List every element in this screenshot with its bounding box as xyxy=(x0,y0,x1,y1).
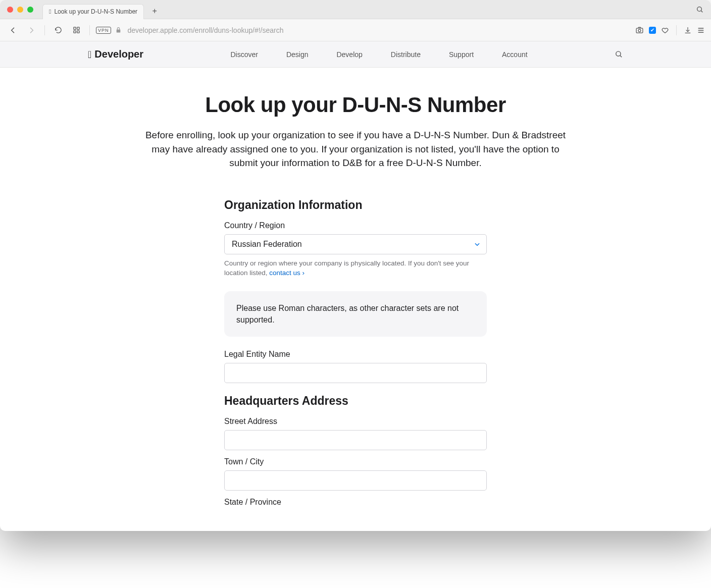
toolbar-separator xyxy=(676,25,677,35)
svg-rect-6 xyxy=(636,28,643,33)
download-icon[interactable] xyxy=(684,26,692,34)
street-label: Street Address xyxy=(224,417,487,426)
field-state: State / Province xyxy=(224,498,487,507)
nav-develop[interactable]: Develop xyxy=(336,50,362,59)
state-label: State / Province xyxy=(224,498,487,507)
maximize-window-button[interactable] xyxy=(27,7,33,13)
toolbar-separator xyxy=(89,25,90,35)
field-legal-name: Legal Entity Name xyxy=(224,350,487,383)
camera-icon[interactable] xyxy=(635,26,644,34)
page-title: Look up your D-U-N-S Number xyxy=(205,93,505,117)
tabbar-search-icon[interactable] xyxy=(696,6,704,14)
apple-logo-icon:  xyxy=(88,49,91,60)
browser-toolbar: VPN developer.apple.com/enroll/duns-look… xyxy=(0,19,711,41)
nav-discover[interactable]: Discover xyxy=(230,50,258,59)
svg-line-12 xyxy=(620,56,622,57)
brand[interactable]:  Developer xyxy=(88,48,143,60)
svg-point-7 xyxy=(638,29,641,32)
minimize-window-button[interactable] xyxy=(17,7,23,13)
back-button[interactable] xyxy=(6,23,20,37)
menu-icon[interactable] xyxy=(697,26,705,34)
browser-tabbar:  Look up your D-U-N-S Number + xyxy=(0,0,711,19)
nav-distribute[interactable]: Distribute xyxy=(391,50,421,59)
heart-icon[interactable] xyxy=(661,26,669,34)
field-street: Street Address xyxy=(224,417,487,450)
close-window-button[interactable] xyxy=(7,7,13,13)
nav-support[interactable]: Support xyxy=(449,50,474,59)
site-header:  Developer Discover Design Develop Dist… xyxy=(0,41,711,68)
duns-form: Organization Information Country / Regio… xyxy=(224,198,487,511)
shield-badge-icon[interactable]: ✔ xyxy=(649,27,656,34)
toolbar-right: ✔ xyxy=(635,25,705,35)
country-select[interactable]: Russian Federation xyxy=(224,234,487,254)
field-country: Country / Region Russian Federation Coun… xyxy=(224,221,487,278)
main-content: Look up your D-U-N-S Number Before enrol… xyxy=(0,68,711,531)
legal-name-label: Legal Entity Name xyxy=(224,350,487,359)
forward-button[interactable] xyxy=(24,23,38,37)
country-hint: Country or region where your company is … xyxy=(224,258,487,278)
country-label: Country / Region xyxy=(224,221,487,230)
street-input[interactable] xyxy=(224,430,487,450)
contact-us-link[interactable]: contact us › xyxy=(269,269,304,277)
nav-account[interactable]: Account xyxy=(502,50,528,59)
page-intro: Before enrolling, look up your organizat… xyxy=(138,128,573,170)
svg-rect-5 xyxy=(77,31,79,33)
lock-icon xyxy=(115,27,122,33)
legal-name-input[interactable] xyxy=(224,363,487,383)
brand-label: Developer xyxy=(94,48,143,60)
field-town: Town / City xyxy=(224,457,487,491)
browser-tab-active[interactable]:  Look up your D-U-N-S Number xyxy=(42,4,144,19)
apps-grid-icon[interactable] xyxy=(69,23,83,37)
svg-rect-4 xyxy=(73,31,75,33)
charset-notice: Please use Roman characters, as other ch… xyxy=(224,291,487,337)
town-label: Town / City xyxy=(224,457,487,466)
svg-line-1 xyxy=(701,11,702,12)
new-tab-button[interactable]: + xyxy=(147,4,162,19)
vpn-badge-icon[interactable]: VPN xyxy=(96,27,111,34)
window-controls xyxy=(7,7,33,13)
nav-design[interactable]: Design xyxy=(286,50,309,59)
svg-point-0 xyxy=(697,7,702,11)
primary-nav: Discover Design Develop Distribute Suppo… xyxy=(230,50,527,59)
browser-tab-title: Look up your D-U-N-S Number xyxy=(54,8,137,15)
town-input[interactable] xyxy=(224,470,487,491)
apple-favicon-icon:  xyxy=(49,8,51,15)
address-bar[interactable]: developer.apple.com/enroll/duns-lookup/#… xyxy=(126,26,631,34)
toolbar-separator xyxy=(44,25,45,35)
svg-rect-3 xyxy=(77,27,79,29)
reload-button[interactable] xyxy=(51,23,65,37)
svg-rect-2 xyxy=(73,27,75,29)
section-org-heading: Organization Information xyxy=(224,198,487,212)
section-address-heading: Headquarters Address xyxy=(224,394,487,408)
svg-point-11 xyxy=(616,51,621,56)
country-hint-text: Country or region where your company is … xyxy=(224,259,469,277)
site-search-icon[interactable] xyxy=(615,50,623,59)
